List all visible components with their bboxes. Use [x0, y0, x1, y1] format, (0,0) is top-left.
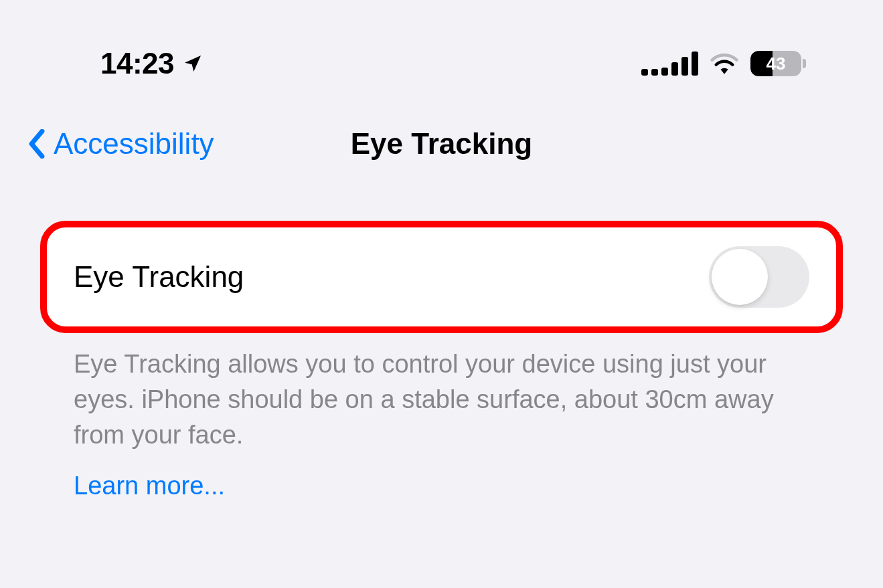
- location-icon: [182, 53, 204, 74]
- navigation-bar: Accessibility Eye Tracking: [0, 100, 883, 174]
- page-title: Eye Tracking: [351, 127, 532, 161]
- status-bar: 14:23 43: [0, 0, 883, 100]
- eye-tracking-label: Eye Tracking: [74, 260, 244, 294]
- cellular-signal-icon: [641, 52, 698, 76]
- battery-indicator: 43: [750, 51, 806, 76]
- chevron-left-icon: [27, 129, 47, 159]
- description-text: Eye Tracking allows you to control your …: [74, 350, 774, 449]
- back-button[interactable]: Accessibility: [27, 127, 214, 161]
- status-time: 14:23: [100, 47, 174, 80]
- status-right: 43: [641, 51, 806, 76]
- setting-description: Eye Tracking allows you to control your …: [40, 333, 843, 504]
- wifi-icon: [710, 53, 738, 74]
- status-left: 14:23: [100, 47, 204, 80]
- eye-tracking-toggle[interactable]: [709, 246, 809, 308]
- toggle-knob: [712, 249, 768, 305]
- learn-more-link[interactable]: Learn more...: [74, 468, 225, 504]
- back-label: Accessibility: [54, 127, 214, 161]
- battery-percent: 43: [750, 54, 801, 74]
- eye-tracking-setting-row: Eye Tracking: [40, 221, 843, 333]
- content-area: Eye Tracking Eye Tracking allows you to …: [0, 174, 883, 504]
